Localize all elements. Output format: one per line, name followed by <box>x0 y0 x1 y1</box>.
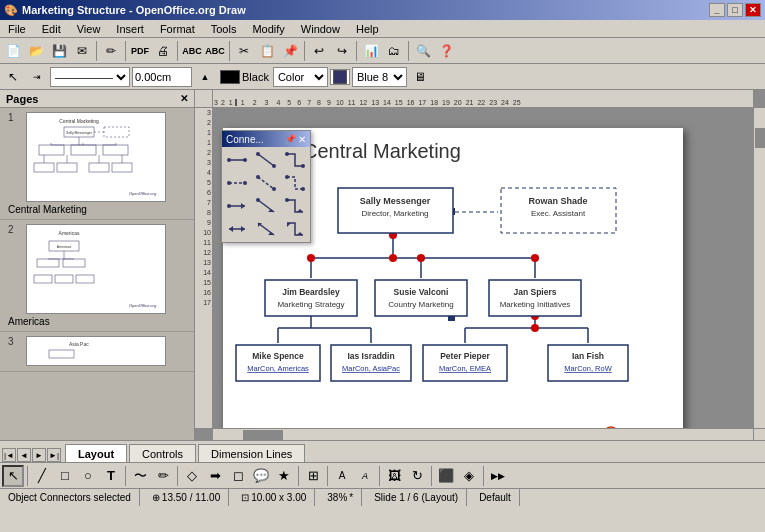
email-button[interactable]: ✉ <box>71 40 93 62</box>
page-number-2: 2 <box>8 224 22 235</box>
textbox-tool[interactable]: A <box>331 465 353 487</box>
tab-layout[interactable]: Layout <box>65 444 127 462</box>
shapes-btn[interactable]: ◇ <box>181 465 203 487</box>
scrollbar-thumb-v[interactable] <box>755 128 765 148</box>
open-button[interactable]: 📂 <box>25 40 47 62</box>
align-btn[interactable]: ⬛ <box>435 465 457 487</box>
connector-btn-6[interactable] <box>282 172 308 194</box>
rect-tool[interactable]: □ <box>54 465 76 487</box>
color-type-select[interactable]: Color <box>273 67 328 87</box>
ellipse-tool[interactable]: ○ <box>77 465 99 487</box>
menu-view[interactable]: View <box>73 23 105 35</box>
from-file-btn[interactable]: 🖼 <box>383 465 405 487</box>
freeform-tool[interactable]: ✏ <box>152 465 174 487</box>
menu-edit[interactable]: Edit <box>38 23 65 35</box>
scrollbar-vertical[interactable] <box>753 108 765 428</box>
connector-btn-8[interactable] <box>253 195 279 217</box>
find-button[interactable]: 🔍 <box>412 40 434 62</box>
connector-btn-4[interactable] <box>224 172 250 194</box>
connector-btn-10[interactable] <box>224 218 250 240</box>
svg-rect-25 <box>37 259 59 267</box>
close-button[interactable]: ✕ <box>745 3 761 17</box>
pages-close-button[interactable]: ✕ <box>180 93 188 104</box>
connector-btn-3[interactable] <box>282 149 308 171</box>
autocorrect-button[interactable]: ABC <box>204 40 226 62</box>
stars-btn[interactable]: ★ <box>273 465 295 487</box>
pdf-button[interactable]: PDF <box>129 40 151 62</box>
print-preview-button[interactable]: 🖨 <box>152 40 174 62</box>
undo-button[interactable]: ↩ <box>308 40 330 62</box>
snap-btn[interactable]: ⊞ <box>302 465 324 487</box>
tab-order-button[interactable]: ⇥ <box>26 66 48 88</box>
curve-tool[interactable]: 〜 <box>129 465 151 487</box>
page-item-3[interactable]: 3 Asia Pac <box>0 332 194 372</box>
status-message-text: Object Connectors selected <box>8 492 131 503</box>
page-item-2[interactable]: 2 Americas Americas <box>0 220 194 332</box>
redo-button[interactable]: ↪ <box>331 40 353 62</box>
block-arrows-btn[interactable]: ➡ <box>204 465 226 487</box>
connector-btn-9[interactable] <box>282 195 308 217</box>
menu-window[interactable]: Window <box>297 23 344 35</box>
svg-point-50 <box>389 254 397 262</box>
tab-nav-prev[interactable]: ◄ <box>17 448 31 462</box>
connector-btn-12[interactable] <box>282 218 308 240</box>
connectors-toolbar-pin[interactable]: 📌 <box>285 134 296 145</box>
more-btn[interactable]: ▶▶ <box>487 465 509 487</box>
page-item-1[interactable]: 1 Central Marketing Sally Messenger <box>0 108 194 220</box>
flowchart-btn[interactable]: ◻ <box>227 465 249 487</box>
position-value: 13.50 / 11.00 <box>162 492 220 503</box>
effects-btn[interactable]: ◈ <box>458 465 480 487</box>
text-tool[interactable]: T <box>100 465 122 487</box>
arrow-tool[interactable]: ↖ <box>2 66 24 88</box>
paste-button[interactable]: 📌 <box>279 40 301 62</box>
svg-text:Jan Spiers: Jan Spiers <box>514 287 557 297</box>
edit-file-button[interactable]: ✏ <box>100 40 122 62</box>
menu-modify[interactable]: Modify <box>248 23 288 35</box>
svg-text:Sally Messenger: Sally Messenger <box>66 131 93 135</box>
svg-point-93 <box>285 152 289 156</box>
monitor-button[interactable]: 🖥 <box>409 66 431 88</box>
select-tool[interactable]: ↖ <box>2 465 24 487</box>
table-button[interactable]: 🗂 <box>383 40 405 62</box>
fontwork-btn[interactable]: A <box>354 465 376 487</box>
line-color-select[interactable]: Blue 8 <box>352 67 407 87</box>
connectors-toolbar-header[interactable]: Conne... 📌 ✕ <box>222 131 310 147</box>
tab-nav-first[interactable]: |◄ <box>2 448 16 462</box>
menu-help[interactable]: Help <box>352 23 383 35</box>
svg-rect-16 <box>112 163 132 172</box>
tab-nav-last[interactable]: ►| <box>47 448 61 462</box>
scrollbar-thumb-h[interactable] <box>243 430 283 440</box>
new-button[interactable]: 📄 <box>2 40 24 62</box>
menu-file[interactable]: File <box>4 23 30 35</box>
connectors-toolbar-close[interactable]: ✕ <box>298 134 306 145</box>
menu-tools[interactable]: Tools <box>207 23 241 35</box>
scrollbar-horizontal[interactable] <box>213 428 753 440</box>
connector-btn-7[interactable] <box>224 195 250 217</box>
help-agent-button[interactable]: ❓ <box>435 40 457 62</box>
position-input[interactable]: 0.00cm <box>132 67 192 87</box>
line-style-select[interactable]: —————— <box>50 67 130 87</box>
callouts-btn[interactable]: 💬 <box>250 465 272 487</box>
tab-nav-next[interactable]: ► <box>32 448 46 462</box>
menu-format[interactable]: Format <box>156 23 199 35</box>
tab-controls[interactable]: Controls <box>129 444 196 462</box>
connector-btn-5[interactable] <box>253 172 279 194</box>
chart-button[interactable]: 📊 <box>360 40 382 62</box>
size-icon: ⊡ <box>241 492 249 503</box>
connector-btn-2[interactable] <box>253 149 279 171</box>
draw-canvas[interactable]: Central Marketing <box>213 108 753 428</box>
tab-dimension-lines[interactable]: Dimension Lines <box>198 444 305 462</box>
connector-btn-11[interactable] <box>253 218 279 240</box>
spellcheck-button[interactable]: ABC <box>181 40 203 62</box>
menu-insert[interactable]: Insert <box>112 23 148 35</box>
cut-button[interactable]: ✂ <box>233 40 255 62</box>
rotate-btn[interactable]: ↻ <box>406 465 428 487</box>
minimize-button[interactable]: _ <box>709 3 725 17</box>
line-tool[interactable]: ╱ <box>31 465 53 487</box>
copy-button[interactable]: 📋 <box>256 40 278 62</box>
position-spinner-up[interactable]: ▲ <box>194 66 216 88</box>
maximize-button[interactable]: □ <box>727 3 743 17</box>
connector-btn-1[interactable] <box>224 149 250 171</box>
save-button[interactable]: 💾 <box>48 40 70 62</box>
line-color-swatch <box>333 70 347 84</box>
